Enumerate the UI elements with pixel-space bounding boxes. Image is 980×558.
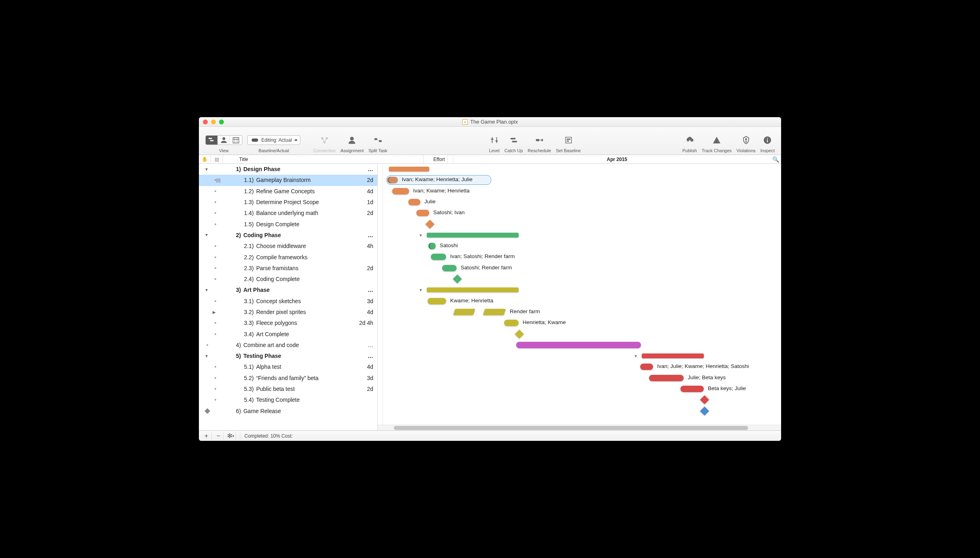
row-effort[interactable]: 3d <box>350 375 374 381</box>
outline-row[interactable]: ▼3)Art Phase… <box>199 285 377 296</box>
level-icon[interactable] <box>489 135 500 145</box>
task-bar[interactable] <box>392 188 409 194</box>
row-effort[interactable]: … <box>350 342 374 348</box>
outline-row[interactable]: •5.1)Alpha test4d <box>199 362 377 372</box>
outline-row[interactable]: •5.4)Testing Complete <box>199 395 377 405</box>
outline-row[interactable]: •2.4)Coding Complete <box>199 274 377 285</box>
row-title[interactable]: 1.3)Determine Project Scope <box>223 199 350 205</box>
outline-row[interactable]: •1.5)Design Complete <box>199 219 377 229</box>
row-title[interactable]: 4)Combine art and code <box>223 342 350 348</box>
disclosure-right-icon[interactable]: ▶ <box>213 310 216 314</box>
group-disclosure-icon[interactable]: ▼ <box>419 288 423 292</box>
effort-column-header[interactable]: Effort <box>424 155 448 163</box>
row-effort[interactable]: 2d <box>350 386 374 392</box>
row-effort[interactable]: 4d <box>350 309 374 315</box>
row-title[interactable]: 3)Art Phase <box>223 287 350 293</box>
task-bar[interactable] <box>649 375 684 381</box>
row-title[interactable]: 5.1)Alpha test <box>223 364 350 370</box>
outline-row[interactable]: •2.3)Parse framistans2d <box>199 263 377 274</box>
row-title[interactable]: 1.4)Balance underlying math <box>223 210 350 216</box>
view-segmented[interactable] <box>205 135 242 145</box>
row-effort[interactable]: 4d <box>350 364 374 370</box>
setbaseline-icon[interactable] <box>563 135 574 145</box>
row-title[interactable]: 6)Game Release <box>223 408 350 414</box>
row-effort[interactable]: 1d <box>350 199 374 205</box>
group-bar[interactable] <box>642 353 704 358</box>
row-title[interactable]: 1.5)Design Complete <box>223 221 350 227</box>
outline-row[interactable]: •1.4)Balance underlying math2d <box>199 208 377 219</box>
baseline-dropdown[interactable]: Editing: Actual <box>247 135 300 145</box>
violations-icon[interactable] <box>741 135 751 145</box>
timeline-header[interactable]: Apr 2015 🔍 <box>453 155 781 163</box>
milestone-diamond[interactable] <box>700 406 709 415</box>
task-bar[interactable] <box>416 210 429 216</box>
outline-row[interactable]: ▼2)Coding Phase… <box>199 230 377 241</box>
view-calendar-button[interactable] <box>230 136 242 145</box>
disclosure-down-icon[interactable]: ▼ <box>205 233 209 237</box>
magnify-icon[interactable]: 🔍 <box>772 156 779 163</box>
row-title[interactable]: 5.3)Public beta test <box>223 386 350 392</box>
outline-row[interactable]: •3.1)Concept sketches3d <box>199 296 377 307</box>
note-column-header[interactable]: ▤ <box>211 155 223 163</box>
outline-row[interactable]: •3.4)Art Complete <box>199 329 377 339</box>
outline-row[interactable]: •2.1)Choose middleware4h <box>199 241 377 252</box>
scrollbar-thumb[interactable] <box>394 426 748 430</box>
outline-row[interactable]: •3.3)Fleece polygons2d 4h <box>199 318 377 329</box>
row-effort[interactable]: 2d <box>350 177 374 183</box>
milestone-diamond[interactable] <box>515 329 524 339</box>
trackchanges-icon[interactable] <box>711 135 722 145</box>
row-title[interactable]: 5.4)Testing Complete <box>223 397 350 403</box>
remove-button[interactable]: − <box>213 432 224 440</box>
outline-row[interactable]: ▶3.2)Render pixel sprites4d <box>199 307 377 318</box>
milestone-diamond[interactable] <box>700 395 709 405</box>
outline-row[interactable]: •5.3)Public beta test2d <box>199 384 377 395</box>
task-bar[interactable] <box>431 254 446 260</box>
row-title[interactable]: 3.4)Art Complete <box>223 331 350 337</box>
view-resource-button[interactable] <box>218 136 230 145</box>
row-effort[interactable]: … <box>350 232 374 238</box>
hand-column-header[interactable]: ✋ <box>199 155 211 163</box>
row-title[interactable]: 2.2)Compile frameworks <box>223 254 350 260</box>
group-disclosure-icon[interactable]: ▼ <box>419 233 423 238</box>
title-column-header[interactable]: Title <box>223 155 424 163</box>
action-menu-button[interactable]: ✻▾ <box>225 432 236 440</box>
outline-row[interactable]: ▤•1.1)Gameplay Brainstorm2d <box>199 175 377 186</box>
task-bar[interactable] <box>504 320 519 326</box>
outline-row[interactable]: •2.2)Compile frameworks <box>199 252 377 262</box>
group-bar[interactable] <box>427 287 519 292</box>
row-effort[interactable]: 4h <box>350 243 374 249</box>
row-effort[interactable]: 2d 4h <box>350 320 374 326</box>
task-bar[interactable] <box>428 298 446 304</box>
row-effort[interactable]: 3d <box>350 298 374 304</box>
row-title[interactable]: 1)Design Phase <box>223 166 350 172</box>
row-effort[interactable]: … <box>350 287 374 293</box>
task-bar[interactable] <box>408 199 420 205</box>
outline-row[interactable]: •5.2)“Friends and family” beta3d <box>199 373 377 384</box>
row-effort[interactable]: … <box>350 166 374 172</box>
outline-row[interactable]: •1.3)Determine Project Scope1d <box>199 197 377 208</box>
publish-icon[interactable] <box>684 135 695 145</box>
row-title[interactable]: 2.4)Coding Complete <box>223 276 350 282</box>
row-title[interactable]: 5.2)“Friends and family” beta <box>223 375 350 381</box>
outline-row[interactable]: ▼1)Design Phase… <box>199 164 377 175</box>
reschedule-icon[interactable] <box>534 135 545 145</box>
outline-pane[interactable]: ▼1)Design Phase…▤•1.1)Gameplay Brainstor… <box>199 164 378 430</box>
row-title[interactable]: 1.2)Refine Game Concepts <box>223 188 350 194</box>
task-bar[interactable] <box>430 243 436 249</box>
row-effort[interactable]: … <box>350 353 374 359</box>
row-title[interactable]: 2.1)Choose middleware <box>223 243 350 249</box>
group-bar[interactable] <box>389 167 429 172</box>
row-title[interactable]: 2.3)Parse framistans <box>223 265 350 271</box>
row-effort[interactable]: 2d <box>350 265 374 271</box>
row-title[interactable]: 3.3)Fleece polygons <box>223 320 350 326</box>
inspect-icon[interactable] <box>762 135 773 145</box>
outline-row[interactable]: •4)Combine art and code… <box>199 340 377 351</box>
row-effort[interactable]: 2d <box>350 210 374 216</box>
task-bar[interactable] <box>640 364 653 370</box>
row-title[interactable]: 3.2)Render pixel sprites <box>223 309 350 315</box>
disclosure-down-icon[interactable]: ▼ <box>205 354 209 358</box>
gantt-pane[interactable]: Ivan; Kwame; Henrietta; JulieIvan; Kwame… <box>378 164 781 430</box>
split-icon[interactable] <box>373 135 383 145</box>
catchup-icon[interactable] <box>509 135 519 145</box>
row-title[interactable]: 3.1)Concept sketches <box>223 298 350 304</box>
